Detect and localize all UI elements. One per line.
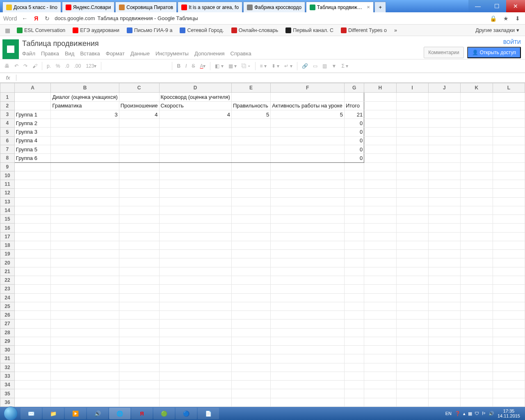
cell[interactable] — [119, 381, 159, 389]
cell[interactable] — [119, 267, 159, 276]
cell[interactable] — [51, 171, 119, 180]
cell[interactable] — [344, 311, 364, 320]
cell[interactable] — [428, 215, 460, 224]
cell[interactable] — [159, 224, 231, 232]
cell[interactable] — [461, 398, 493, 406]
cell[interactable]: 4 — [119, 110, 159, 119]
cell[interactable] — [428, 267, 460, 276]
cell[interactable]: 0 — [344, 145, 364, 153]
cell[interactable] — [51, 197, 119, 206]
row-header[interactable]: 16 — [0, 224, 15, 232]
cell[interactable] — [396, 267, 428, 276]
cell[interactable] — [364, 180, 397, 189]
cell[interactable] — [119, 180, 159, 189]
cell[interactable] — [14, 354, 51, 363]
cell[interactable] — [428, 180, 460, 189]
cell[interactable] — [14, 101, 51, 110]
cell[interactable] — [364, 197, 397, 206]
cell[interactable] — [396, 346, 428, 354]
select-all-corner[interactable] — [0, 83, 15, 93]
cell[interactable] — [159, 389, 231, 398]
cell[interactable] — [396, 101, 428, 110]
cell[interactable] — [428, 302, 460, 310]
cell[interactable]: Скорость — [159, 101, 231, 110]
cell[interactable] — [51, 311, 119, 320]
cell[interactable]: Диалог (оценка учащихся) — [51, 93, 119, 101]
cell[interactable] — [271, 320, 345, 328]
browser-tab[interactable]: Яндекс.Словари — [62, 2, 114, 12]
menu-item[interactable]: Файл — [22, 50, 35, 57]
cell[interactable] — [461, 250, 493, 258]
cell[interactable] — [159, 363, 231, 372]
cell[interactable] — [271, 250, 345, 258]
cell[interactable] — [493, 328, 525, 337]
cell[interactable] — [271, 354, 345, 363]
cell[interactable] — [364, 363, 397, 372]
cell[interactable] — [271, 93, 345, 101]
cell[interactable] — [493, 101, 525, 110]
cell[interactable] — [396, 328, 428, 337]
cell[interactable]: 5 — [231, 110, 270, 119]
task-torrent[interactable]: 🟢 — [153, 408, 175, 419]
cell[interactable] — [271, 241, 345, 249]
cell[interactable] — [344, 320, 364, 328]
col-header[interactable]: I — [396, 83, 428, 93]
row-header[interactable]: 29 — [0, 337, 15, 345]
cell[interactable] — [159, 293, 231, 302]
browser-tab[interactable]: Сокровища Пиратов — [115, 2, 177, 12]
row-header[interactable]: 5 — [0, 128, 15, 136]
cell[interactable] — [271, 346, 345, 354]
cell[interactable] — [119, 241, 159, 249]
cell[interactable] — [428, 162, 460, 171]
cell[interactable] — [428, 337, 460, 345]
filter-icon[interactable]: ▼ — [330, 62, 339, 71]
col-header[interactable]: G — [344, 83, 364, 93]
cell[interactable] — [119, 145, 159, 153]
currency-button[interactable]: р. — [45, 62, 53, 71]
cell[interactable] — [51, 241, 119, 249]
cell[interactable] — [231, 267, 270, 276]
cell[interactable] — [461, 267, 493, 276]
cell[interactable] — [271, 162, 345, 171]
cell[interactable] — [396, 110, 428, 119]
cell[interactable] — [461, 328, 493, 337]
dec-increase[interactable]: .00 — [72, 62, 83, 71]
cell[interactable] — [344, 267, 364, 276]
cell[interactable] — [231, 337, 270, 345]
cell[interactable] — [461, 320, 493, 328]
row-header[interactable]: 26 — [0, 311, 15, 320]
browser-tab[interactable]: Доска 5 класс - lino — [2, 2, 61, 12]
cell[interactable] — [396, 241, 428, 249]
cell[interactable] — [493, 293, 525, 302]
cell[interactable] — [364, 311, 397, 320]
cell[interactable] — [493, 389, 525, 398]
cell[interactable] — [344, 363, 364, 372]
cell[interactable] — [396, 311, 428, 320]
number-format[interactable]: 123 ▾ — [84, 62, 98, 71]
cell[interactable] — [159, 320, 231, 328]
cell[interactable]: 21 — [344, 110, 364, 119]
cell[interactable] — [231, 258, 270, 267]
cell[interactable] — [119, 320, 159, 328]
cell[interactable] — [364, 128, 397, 136]
row-header[interactable]: 8 — [0, 154, 15, 162]
cell[interactable] — [14, 320, 51, 328]
cell[interactable] — [493, 206, 525, 215]
col-header[interactable]: K — [461, 83, 493, 93]
cell[interactable]: Группа 4 — [14, 136, 51, 145]
row-header[interactable]: 3 — [0, 110, 15, 119]
cell[interactable] — [271, 276, 345, 284]
cell[interactable] — [231, 93, 270, 101]
cell[interactable]: Группа 1 — [14, 110, 51, 119]
cell[interactable] — [231, 311, 270, 320]
row-header[interactable]: 28 — [0, 328, 15, 337]
cell[interactable] — [396, 136, 428, 145]
cell[interactable] — [493, 215, 525, 224]
cell[interactable] — [119, 224, 159, 232]
menu-item[interactable]: Дополнения — [194, 50, 225, 57]
task-mail[interactable]: ✉️ — [21, 408, 42, 419]
row-header[interactable]: 22 — [0, 276, 15, 284]
menu-item[interactable]: Правка — [41, 50, 59, 57]
cell[interactable] — [14, 398, 51, 406]
cell[interactable] — [428, 363, 460, 372]
